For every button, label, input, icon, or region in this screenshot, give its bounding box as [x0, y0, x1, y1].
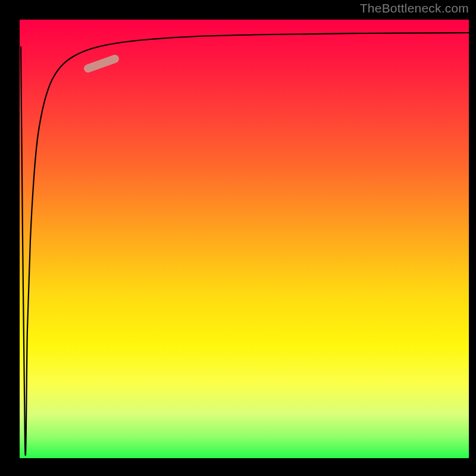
highlight-segment: [88, 59, 115, 68]
chart-frame: TheBottleneck.com: [0, 0, 476, 476]
watermark-text: TheBottleneck.com: [360, 1, 469, 15]
bottleneck-curve: [20, 20, 469, 458]
plot-area: [20, 20, 469, 458]
curve-path: [21, 33, 469, 455]
svg-line-0: [88, 59, 115, 68]
